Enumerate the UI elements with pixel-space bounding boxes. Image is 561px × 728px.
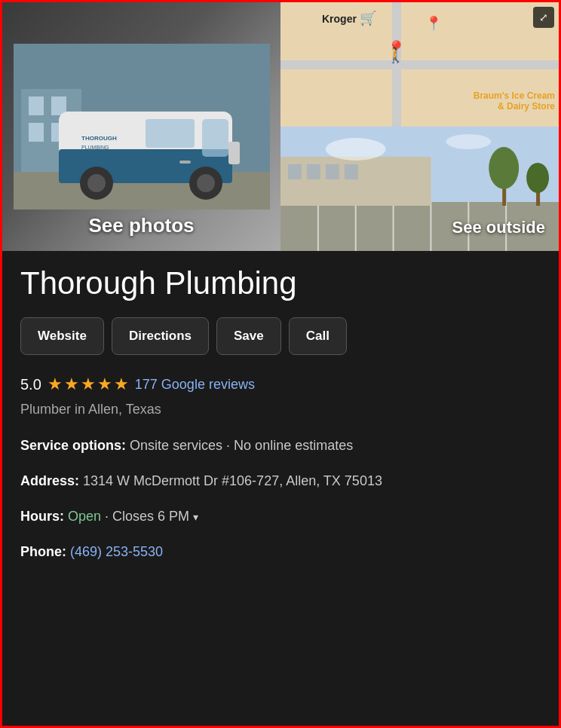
reviews-link[interactable]: 177 Google reviews: [135, 377, 255, 393]
street-view-person-icon: 🚶: [386, 46, 405, 64]
van-illustration: THOROUGH PLUMBING: [14, 44, 270, 210]
star-1: ★: [48, 375, 63, 394]
street-view-panel[interactable]: See outside: [280, 127, 559, 251]
map-background: Kroger 🛒 Braum's Ice Cream& Dairy Store …: [280, 2, 559, 127]
map-expand-button[interactable]: ⤢: [533, 7, 554, 28]
svg-text:THOROUGH: THOROUGH: [81, 135, 117, 142]
map-panel[interactable]: Kroger 🛒 Braum's Ice Cream& Dairy Store …: [280, 2, 559, 127]
stars-group: ★ ★ ★ ★ ★: [48, 375, 129, 394]
action-buttons-group: Website Directions Save Call: [20, 317, 541, 355]
map-road-vertical: [392, 2, 401, 127]
svg-rect-19: [179, 161, 191, 164]
address-value: 1314 W McDermott Dr #106-727, Allen, TX …: [83, 473, 382, 488]
svg-point-17: [197, 174, 215, 192]
map-braums-label: Braum's Ice Cream& Dairy Store: [474, 90, 555, 112]
star-2: ★: [64, 375, 79, 394]
svg-rect-32: [345, 164, 358, 179]
service-options-label: Service options:: [20, 438, 126, 453]
hours-closes-text: · Closes 6 PM: [105, 509, 189, 524]
svg-rect-2: [29, 96, 44, 115]
phone-label: Phone:: [20, 544, 66, 559]
svg-point-15: [87, 174, 106, 192]
star-5: ★: [114, 375, 129, 394]
svg-text:PLUMBING: PLUMBING: [81, 145, 109, 150]
svg-point-34: [489, 147, 519, 189]
hours-dropdown-icon[interactable]: ▾: [193, 511, 198, 523]
shopping-cart-icon: 🛒: [360, 11, 376, 26]
gallery-left-panel[interactable]: THOROUGH PLUMBING See photos: [2, 2, 280, 251]
svg-rect-28: [280, 157, 431, 206]
address-row: Address: 1314 W McDermott Dr #106-727, A…: [20, 471, 541, 491]
business-name: Thorough Plumbing: [20, 266, 541, 301]
save-button[interactable]: Save: [216, 317, 281, 355]
category-text: Plumber in Allen, Texas: [20, 402, 541, 418]
hours-row: Hours: Open · Closes 6 PM ▾: [20, 506, 541, 527]
map-road-horizontal: [280, 60, 559, 69]
service-options-row: Service options: Onsite services · No on…: [20, 436, 541, 456]
info-section: Thorough Plumbing Website Directions Sav…: [2, 251, 559, 600]
map-kroger-label: Kroger 🛒: [322, 10, 376, 26]
svg-rect-18: [228, 142, 240, 164]
map-pin-blue: 📍: [425, 15, 442, 32]
svg-point-38: [446, 134, 491, 149]
svg-rect-30: [307, 164, 320, 179]
svg-rect-31: [326, 164, 339, 179]
svg-point-36: [526, 163, 549, 193]
svg-rect-29: [288, 164, 302, 179]
see-photos-label[interactable]: See photos: [88, 214, 194, 237]
hours-label: Hours:: [20, 509, 64, 524]
star-4: ★: [97, 375, 112, 394]
phone-link[interactable]: (469) 253-5530: [70, 544, 163, 559]
svg-point-37: [326, 138, 386, 161]
service-options-value: Onsite services · No online estimates: [130, 438, 353, 453]
gallery-right-panel: Kroger 🛒 Braum's Ice Cream& Dairy Store …: [280, 2, 559, 251]
address-label: Address:: [20, 473, 79, 488]
rating-row: 5.0 ★ ★ ★ ★ ★ 177 Google reviews: [20, 375, 541, 394]
gallery-section: THOROUGH PLUMBING See photos: [2, 2, 559, 251]
svg-rect-9: [202, 119, 228, 157]
expand-icon: ⤢: [539, 11, 548, 23]
website-button[interactable]: Website: [20, 317, 104, 355]
hours-open-text: Open: [68, 509, 101, 524]
star-3: ★: [81, 375, 96, 394]
svg-rect-4: [29, 123, 44, 142]
directions-button[interactable]: Directions: [112, 317, 209, 355]
phone-row: Phone: (469) 253-5530: [20, 542, 541, 562]
rating-number: 5.0: [20, 376, 41, 393]
svg-rect-10: [146, 119, 195, 148]
see-outside-label[interactable]: See outside: [452, 218, 545, 237]
call-button[interactable]: Call: [289, 317, 347, 355]
